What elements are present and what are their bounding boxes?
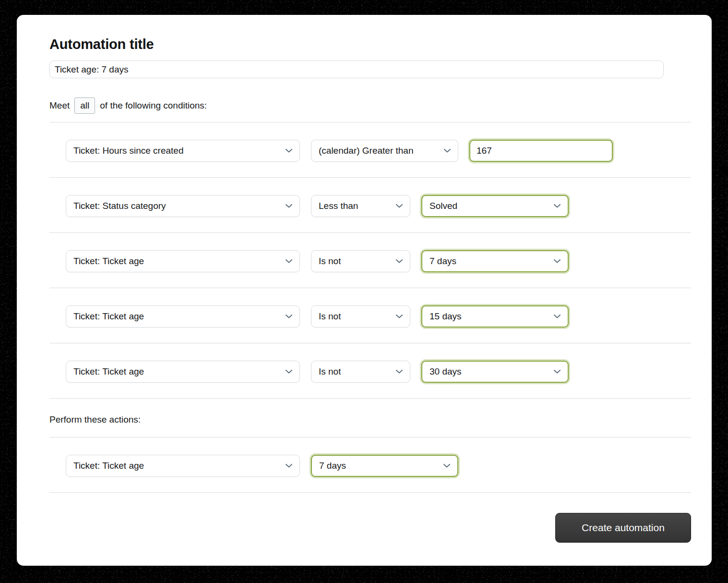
condition-operator-select[interactable]: Is not [311, 250, 410, 272]
actions-heading: Perform these actions: [49, 413, 691, 426]
chevron-down-icon [396, 204, 403, 208]
chevron-down-icon [554, 204, 561, 208]
condition-operator-select[interactable]: Less than [311, 195, 410, 217]
condition-row: Ticket: Status category Less than Solved [49, 177, 691, 232]
condition-field-value: Ticket: Hours since created [73, 146, 184, 156]
chevron-down-icon [554, 315, 561, 318]
condition-operator-value: (calendar) Greater than [319, 146, 414, 156]
chevron-down-icon [286, 204, 292, 208]
condition-operator-value: Is not [319, 311, 341, 322]
chevron-down-icon [286, 149, 292, 153]
condition-field-value: Ticket: Ticket age [73, 256, 144, 267]
chevron-down-icon [396, 370, 403, 374]
action-field-select[interactable]: Ticket: Ticket age [66, 455, 300, 477]
condition-field-value: Ticket: Ticket age [73, 366, 144, 377]
condition-operator-value: Less than [319, 201, 358, 211]
condition-operator-value: Is not [319, 256, 341, 267]
chevron-down-icon [286, 464, 292, 468]
condition-row: Ticket: Ticket age Is not 7 days [49, 232, 691, 288]
conditions-meet-suffix: of the following conditions: [100, 100, 207, 111]
condition-row: Ticket: Hours since created (calendar) G… [49, 122, 691, 177]
condition-field-select[interactable]: Ticket: Ticket age [66, 250, 300, 272]
condition-operator-select[interactable]: (calendar) Greater than [311, 140, 458, 162]
chevron-down-icon [286, 315, 292, 318]
chevron-down-icon [554, 259, 561, 263]
conditions-heading-row: Meet all of the following conditions: [49, 97, 691, 114]
condition-field-select[interactable]: Ticket: Ticket age [66, 361, 300, 383]
automation-form-card: Automation title Meet all of the followi… [17, 15, 712, 566]
condition-operator-value: Is not [319, 366, 341, 377]
chevron-down-icon [396, 259, 403, 263]
form-footer: Create automation [49, 513, 691, 543]
condition-value: 7 days [430, 256, 456, 267]
condition-value-select[interactable]: Solved [421, 195, 569, 217]
chevron-down-icon [444, 149, 451, 153]
create-automation-button[interactable]: Create automation [555, 513, 691, 543]
action-field-value: Ticket: Ticket age [73, 461, 144, 471]
conditions-match-select[interactable]: all [74, 97, 95, 114]
condition-field-select[interactable]: Ticket: Status category [66, 195, 300, 217]
chevron-down-icon [396, 315, 403, 318]
condition-field-select[interactable]: Ticket: Ticket age [66, 305, 300, 328]
actions-list: Ticket: Ticket age 7 days [49, 437, 691, 493]
page-title: Automation title [49, 36, 691, 52]
chevron-down-icon [286, 370, 292, 374]
chevron-down-icon [554, 370, 561, 374]
condition-field-value: Ticket: Status category [73, 201, 166, 211]
automation-title-input[interactable] [49, 61, 664, 78]
conditions-list: Ticket: Hours since created (calendar) G… [49, 122, 691, 399]
chevron-down-icon [443, 464, 450, 468]
chevron-down-icon [286, 259, 292, 263]
condition-row: Ticket: Ticket age Is not 15 days [49, 288, 691, 343]
condition-value-select[interactable]: 15 days [421, 305, 569, 328]
condition-operator-select[interactable]: Is not [311, 305, 410, 328]
condition-operator-select[interactable]: Is not [311, 361, 410, 383]
condition-row: Ticket: Ticket age Is not 30 days [49, 343, 691, 398]
condition-field-select[interactable]: Ticket: Hours since created [66, 140, 300, 162]
condition-value: Solved [430, 201, 457, 211]
condition-value-select[interactable]: 7 days [421, 250, 569, 272]
condition-value: 30 days [430, 366, 462, 377]
condition-field-value: Ticket: Ticket age [73, 311, 144, 322]
condition-value: 15 days [430, 311, 462, 322]
condition-value-select[interactable]: 30 days [421, 361, 569, 383]
conditions-meet-prefix: Meet [49, 100, 70, 111]
action-value-select[interactable]: 7 days [311, 455, 458, 477]
action-value: 7 days [319, 461, 346, 471]
action-row: Ticket: Ticket age 7 days [49, 437, 691, 492]
condition-value-input[interactable] [469, 140, 613, 162]
